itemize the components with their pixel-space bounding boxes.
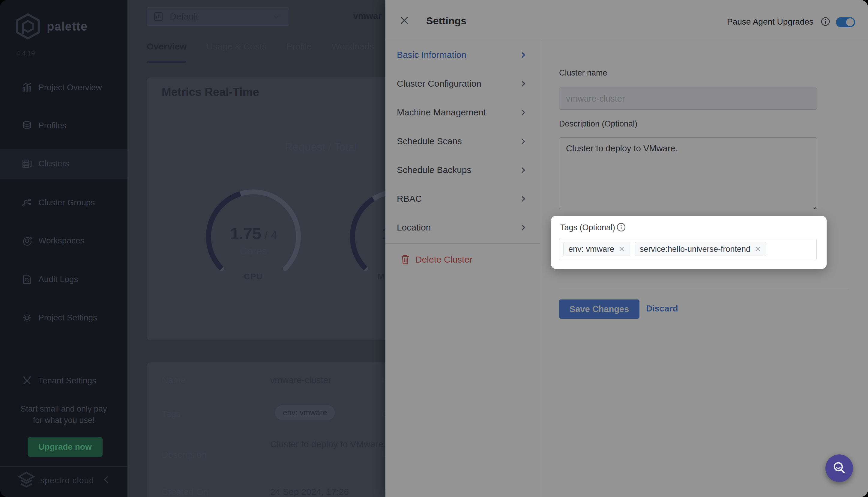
breadcrumb-current: vmwar: [353, 11, 381, 21]
remove-tag-icon[interactable]: ✕: [618, 245, 625, 254]
cluster-name-input: [559, 87, 817, 110]
cpu-gauge-value: 1.75 / 4: [202, 224, 305, 243]
palette-logo-icon: [16, 13, 40, 40]
sidebar-item-audit-logs[interactable]: Audit Logs: [0, 269, 127, 289]
collapse-sidebar-icon[interactable]: [104, 476, 111, 483]
tab-profile[interactable]: Profile: [286, 41, 312, 52]
settings-drawer: Settings Pause Agent Upgrades Basic Info…: [386, 0, 868, 497]
drawer-header: Settings Pause Agent Upgrades: [386, 0, 868, 39]
sidebar-item-label: Workspaces: [38, 236, 85, 245]
bar-chart-icon: [21, 82, 33, 94]
delete-cluster-button[interactable]: Delete Cluster: [386, 245, 540, 274]
help-button[interactable]: [825, 454, 853, 482]
detail-label-created-on: Created On: [162, 487, 208, 497]
detail-value-name: vmware-cluster: [270, 375, 331, 385]
sidebar-divider: [0, 466, 127, 467]
breadcrumb-separator: /: [302, 11, 304, 21]
breadcrumb: / Clusters / vmwar: [302, 11, 381, 21]
chevron-right-icon: [519, 167, 525, 173]
settings-nav-location[interactable]: Location: [386, 213, 540, 242]
servers-icon: [21, 158, 33, 170]
tab-workloads[interactable]: Workloads: [332, 41, 374, 52]
save-changes-button[interactable]: Save Changes: [559, 299, 640, 318]
chevron-right-icon: [519, 110, 525, 115]
detail-value-created-on: 24 Sep 2024, 17:26: [270, 487, 349, 497]
info-icon[interactable]: [616, 223, 626, 232]
settings-nav-basic-information[interactable]: Basic Information: [386, 41, 540, 69]
chevron-right-icon: [519, 81, 525, 86]
pause-agent-upgrades-label: Pause Agent Upgrades: [727, 17, 813, 27]
tag-chip-service-hello-universe-frontend: service:hello-universe-frontend ✕: [635, 242, 766, 256]
sidebar-footer: spectro cloud: [18, 471, 94, 490]
app-window: palette 4.4.19 Project Overview Profiles…: [0, 0, 868, 497]
brand: palette: [16, 13, 87, 40]
discard-button[interactable]: Discard: [646, 304, 678, 314]
sidebar-item-label: Profiles: [38, 121, 66, 130]
close-icon[interactable]: [400, 16, 409, 25]
sidebar-item-clusters[interactable]: Clusters: [0, 154, 127, 174]
tags-input[interactable]: env: vmware ✕ service:hello-universe-fro…: [559, 238, 817, 260]
sidebar-item-label: Clusters: [38, 159, 69, 169]
promo-text: Start small and only pay for what you us…: [0, 403, 127, 426]
project-chart-icon: [154, 12, 163, 21]
tools-icon: [21, 375, 33, 387]
settings-nav-rbac[interactable]: RBAC: [386, 184, 540, 213]
settings-nav-cluster-configuration[interactable]: Cluster Configuration: [386, 69, 540, 98]
nodes-icon: [21, 197, 33, 209]
drawer-title: Settings: [426, 15, 466, 27]
pause-agent-upgrades-toggle[interactable]: [836, 17, 855, 27]
app-version: 4.4.19: [16, 49, 35, 57]
metrics-legend: Request / Total: [285, 141, 356, 154]
chevron-right-icon: [519, 196, 525, 201]
sidebar-item-label: Audit Logs: [38, 274, 78, 284]
metrics-title: Metrics Real-Time: [162, 86, 259, 99]
project-selector[interactable]: Default: [147, 7, 289, 26]
tab-overview[interactable]: Overview: [147, 41, 186, 52]
sidebar-item-project-settings[interactable]: Project Settings: [0, 308, 127, 328]
upgrade-now-button[interactable]: Upgrade now: [28, 437, 102, 457]
tab-bar: Overview Usage & Costs Profile Workloads: [147, 41, 374, 52]
drawer-nav-divider: [540, 39, 540, 497]
form-divider: [559, 289, 849, 289]
sidebar-item-project-overview[interactable]: Project Overview: [0, 77, 127, 98]
info-icon[interactable]: [821, 17, 830, 26]
settings-nav-schedule-backups[interactable]: Schedule Backups: [386, 156, 540, 184]
description-textarea[interactable]: [559, 137, 817, 209]
sidebar-item-tenant-settings[interactable]: Tenant Settings: [0, 370, 127, 391]
tags-highlight-card: Tags (Optional) env: vmware ✕ service:he…: [551, 216, 827, 269]
doc-search-icon: [21, 273, 33, 285]
sidebar-item-label: Tenant Settings: [38, 376, 96, 385]
sidebar-item-profiles[interactable]: Profiles: [0, 115, 127, 136]
chevron-right-icon: [519, 225, 525, 230]
breadcrumb-separator: /: [345, 11, 348, 21]
promo-line-1: Start small and only pay: [0, 403, 127, 415]
description-label: Description (Optional): [559, 119, 638, 129]
settings-nav-schedule-scans[interactable]: Schedule Scans: [386, 127, 540, 156]
sidebar-item-workspaces[interactable]: Workspaces: [0, 230, 127, 251]
tag-chip: env: vmware: [275, 405, 335, 420]
cpu-gauge-unit: Cores: [202, 245, 305, 257]
toggle-knob: [846, 18, 854, 26]
nav-bottom-divider: [386, 243, 540, 244]
breadcrumb-link-clusters[interactable]: Clusters: [309, 11, 340, 21]
layers-icon: [21, 119, 33, 132]
active-tab-underline: [147, 61, 186, 63]
sidebar-item-label: Project Settings: [38, 313, 97, 323]
sidebar-item-label: Cluster Groups: [38, 198, 95, 208]
brand-name: palette: [47, 20, 87, 33]
detail-label-description: Description: [162, 450, 207, 460]
settings-nav-machine-management[interactable]: Machine Management: [386, 98, 540, 127]
chevron-down-icon: [274, 14, 279, 18]
cpu-gauge: 1.75 / 4 Cores CPU: [202, 186, 305, 288]
trash-icon: [401, 254, 410, 265]
tag-chip-env-vmware: env: vmware ✕: [563, 242, 630, 256]
cluster-name-label: Cluster name: [559, 68, 607, 77]
project-selector-value: Default: [170, 11, 198, 22]
gear-icon: [21, 312, 33, 324]
tab-usage-costs[interactable]: Usage & Costs: [206, 41, 266, 52]
remove-tag-icon[interactable]: ✕: [755, 245, 761, 254]
chevron-right-icon: [519, 139, 525, 144]
sidebar-item-label: Project Overview: [38, 83, 102, 92]
promo-line-2: for what you use!: [0, 415, 127, 426]
sidebar-item-cluster-groups[interactable]: Cluster Groups: [0, 193, 127, 213]
